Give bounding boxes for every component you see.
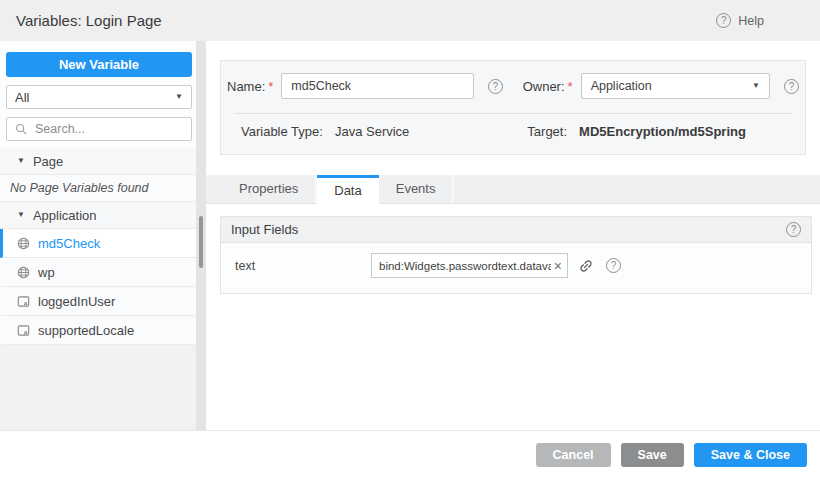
sidebar-scrollbar-track[interactable] xyxy=(196,41,206,430)
name-label: Name: xyxy=(227,79,265,94)
tree-item-wp[interactable]: wp xyxy=(0,258,196,287)
help-label: Help xyxy=(738,14,764,28)
required-marker: * xyxy=(568,79,573,94)
variables-tree: ▼ Page No Page Variables found ▼ Applica… xyxy=(0,148,196,430)
field-name-label: text xyxy=(231,259,371,273)
save-button[interactable]: Save xyxy=(621,443,684,467)
tree-group-page[interactable]: ▼ Page xyxy=(0,148,196,175)
detail-tabs: Properties Data Events xyxy=(206,175,820,204)
owner-select[interactable]: Application ▼ xyxy=(581,73,770,99)
tab-events[interactable]: Events xyxy=(379,175,455,203)
tab-data[interactable]: Data xyxy=(317,175,378,204)
page-title: Variables: Login Page xyxy=(16,12,162,29)
target-label: Target: xyxy=(527,124,567,139)
tree-item-loggedinuser[interactable]: loggedInUser xyxy=(0,287,196,316)
new-variable-button[interactable]: New Variable xyxy=(6,52,192,77)
search-input[interactable] xyxy=(33,121,183,137)
chevron-down-icon: ▼ xyxy=(752,82,760,90)
owner-help-icon[interactable]: ? xyxy=(784,79,799,94)
chevron-down-icon: ▼ xyxy=(175,93,183,101)
help-button[interactable]: ? Help xyxy=(716,13,764,28)
app-variable-icon xyxy=(17,324,30,337)
variable-detail-panel: Name: * ? Owner: * Application ▼ ? Varia… xyxy=(206,41,820,430)
variable-filter-select[interactable]: All ▼ xyxy=(6,85,192,109)
required-marker: * xyxy=(268,79,273,94)
empty-page-variables-note: No Page Variables found xyxy=(0,175,196,202)
tree-group-label: Page xyxy=(33,154,63,169)
variables-sidebar: New Variable All ▼ ▼ Page No Page Variab… xyxy=(0,41,196,430)
clear-binding-icon[interactable]: × xyxy=(551,259,562,273)
app-variable-icon xyxy=(17,295,30,308)
save-and-close-button[interactable]: Save & Close xyxy=(694,443,807,467)
tree-item-label: loggedInUser xyxy=(38,294,115,309)
dialog-header: Variables: Login Page ? Help xyxy=(0,0,820,41)
cancel-button[interactable]: Cancel xyxy=(536,443,611,467)
name-help-icon[interactable]: ? xyxy=(488,79,503,94)
field-help-icon[interactable]: ? xyxy=(606,258,621,273)
dialog-footer: Cancel Save Save & Close xyxy=(0,430,820,488)
variable-search[interactable] xyxy=(6,117,192,141)
name-owner-row: Name: * ? Owner: * Application ▼ ? xyxy=(227,73,799,99)
tree-item-label: wp xyxy=(38,265,55,280)
bind-link-icon[interactable] xyxy=(578,258,594,274)
target-value: MD5Encryption/md5Spring xyxy=(579,124,746,139)
tree-item-supportedlocale[interactable]: supportedLocale xyxy=(0,316,196,345)
bind-expression-input[interactable]: bind:Widgets.passwordtext.datavalue × xyxy=(371,253,568,278)
input-fields-section: Input Fields ? text bind:Widgets.passwor… xyxy=(220,216,812,294)
sidebar-scrollbar-thumb[interactable] xyxy=(199,216,203,268)
tree-item-md5check[interactable]: md5Check xyxy=(0,229,196,258)
variable-summary-box: Name: * ? Owner: * Application ▼ ? Varia… xyxy=(220,60,806,155)
owner-label: Owner: xyxy=(523,79,565,94)
bind-expression-value: bind:Widgets.passwordtext.datavalue xyxy=(379,260,551,272)
input-fields-body: text bind:Widgets.passwordtext.datavalue… xyxy=(221,243,811,293)
help-icon: ? xyxy=(716,13,731,28)
java-service-icon xyxy=(17,266,30,279)
type-target-row: Variable Type: Java Service Target: MD5E… xyxy=(241,124,785,139)
variables-dialog: Variables: Login Page ? Help New Variabl… xyxy=(0,0,820,488)
variable-type-label: Variable Type: xyxy=(241,124,323,139)
search-icon xyxy=(15,123,27,135)
input-field-row-text: text bind:Widgets.passwordtext.datavalue… xyxy=(231,253,801,278)
input-fields-title: Input Fields xyxy=(231,222,298,237)
filter-selected-value: All xyxy=(15,90,29,105)
tab-properties[interactable]: Properties xyxy=(222,175,317,203)
name-input[interactable] xyxy=(281,73,473,99)
tree-group-label: Application xyxy=(33,208,97,223)
tree-collapse-icon: ▼ xyxy=(17,157,25,165)
input-fields-help-icon[interactable]: ? xyxy=(786,222,801,237)
tree-item-label: md5Check xyxy=(38,236,100,251)
input-fields-header: Input Fields ? xyxy=(221,217,811,243)
owner-selected-value: Application xyxy=(591,79,652,93)
form-divider xyxy=(235,113,791,114)
tree-collapse-icon: ▼ xyxy=(17,211,25,219)
tree-group-application[interactable]: ▼ Application xyxy=(0,202,196,229)
variable-type-value: Java Service xyxy=(335,124,409,139)
tree-item-label: supportedLocale xyxy=(38,323,134,338)
java-service-icon xyxy=(17,237,30,250)
